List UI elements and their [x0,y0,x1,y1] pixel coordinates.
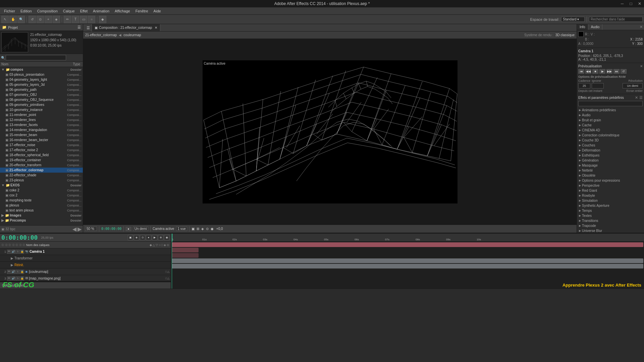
effect-cat-trapcode[interactable]: ▶ Trapcode [578,223,643,228]
view-selector[interactable]: Caméra active [153,227,174,231]
item-04[interactable]: ▣ 04-geometry_layers_light Composi... [0,77,83,82]
previs-skipback[interactable]: ⏮ [578,69,584,74]
timeline-ctrl-4[interactable]: ● [146,235,151,240]
timeline-ctrl-3[interactable]: ⊙ [140,235,145,240]
close-button[interactable]: ✕ [635,0,644,7]
layer-mode-btn7[interactable]: ⊙ [167,243,169,247]
tool-camera-dolly[interactable]: ◈ [53,16,60,23]
breadcrumb-2[interactable]: couleurmap [123,33,141,37]
previs-stop[interactable]: ■ [592,69,598,74]
right-panel-close[interactable]: ✕ [638,24,644,30]
layer-transformer[interactable]: ▶ Transformer [0,255,171,262]
effects-search-input[interactable] [578,101,643,106]
comp-tab-active[interactable]: ▣ Composition : 21-effector_colormap ✕ [92,24,160,31]
timeline-ctrl-7[interactable]: ◉ [164,235,169,240]
item-03[interactable]: ▣ 03-plexus_presentation Composi... [0,72,83,77]
layer-options-camera[interactable]: ▶ Réinit. [0,262,171,268]
zoom-level[interactable]: 50 % [85,227,97,231]
menu-calque[interactable]: Calque [60,8,77,14]
effect-cat-correction[interactable]: ▶ Correction colorimétrique [578,133,643,138]
item-14[interactable]: ▣ 14-renderer_triangulation Composi... [0,127,83,132]
effect-cat-perspective[interactable]: ▶ Perspective [578,183,643,188]
layer-audio[interactable]: 🔊 [11,250,15,254]
tab-info[interactable]: Info [577,24,588,30]
effect-cat-redgiant[interactable]: ▶ Red Giant [578,188,643,193]
layer-mode-btn5[interactable]: □ [161,243,163,247]
viewer-option-4[interactable]: ⊙ [206,227,209,231]
layer-lock[interactable]: 🔒 [20,277,24,281]
item-plexus[interactable]: ▣ plexus Composi... [0,203,83,208]
search-field[interactable]: Rechercher dans l'aide [589,17,643,22]
menu-effet[interactable]: Effet [77,8,90,14]
effect-cat-esthetiques[interactable]: ▶ Esthétiques [578,153,643,158]
layer-eye[interactable]: 👁 [7,250,11,254]
effect-cat-options-expr[interactable]: ▶ Options pour expressions [578,178,643,183]
item-cox2[interactable]: ▣ cox 2 Composi... [0,193,83,198]
effect-cat-masquage[interactable]: ▶ Masquage [578,163,643,168]
track-layer3[interactable] [172,264,643,268]
layer-lock[interactable]: 🔒 [20,270,24,274]
item-07[interactable]: ▣ 07-geometry_OBJ Composi... [0,92,83,97]
item-05[interactable]: ▣ 05-geometry_layers_3d Composi... [0,82,83,87]
effect-cat-universe-blur[interactable]: ▶ Universe Blur [578,228,643,233]
timecode-display[interactable]: 0:00:00:00 [1,234,38,241]
maximize-button[interactable]: □ [627,0,635,7]
expand-arrow[interactable]: ▶ [11,263,13,267]
tool-puppet[interactable]: ◆ [99,16,106,23]
previs-loop[interactable]: ↺ [621,69,627,74]
layer-mode-btn3[interactable]: ▽ [156,243,158,247]
tool-camera-orbit[interactable]: ⊙ [37,16,44,23]
tool-pen[interactable]: ✏ [64,16,71,23]
layer-solo[interactable]: S [16,270,20,274]
layer-mode-btn4[interactable]: ○ [159,243,160,247]
breadcrumb-1[interactable]: 21-effector_colormap [85,33,117,37]
tool-text[interactable]: T [72,16,79,23]
effect-cat-deformation[interactable]: ▶ Déformation [578,148,643,153]
effect-cat-rowbyte[interactable]: ▶ Rowbyte [578,193,643,198]
item-06[interactable]: ▣ 06-geometry_path Composi... [0,87,83,92]
playhead[interactable] [172,234,172,242]
depuis-label[interactable]: Depuis cet instant [578,89,602,93]
previs-close[interactable]: ✕ [640,64,643,68]
render-button[interactable]: ● [126,227,131,231]
item-10[interactable]: ▣ 10-geometry_instance Composi... [0,107,83,112]
layer-camera[interactable]: 1 👁 🔊 S 🔒 📷 Caméra 1 [0,248,171,255]
layer-eye[interactable]: 👁 [7,270,11,274]
layer-solo[interactable]: S [16,277,20,281]
folder-images[interactable]: ▶ 📁 Images Dossier [0,213,83,218]
view-count[interactable]: 1 vue [176,227,187,231]
layer-audio[interactable]: 🔊 [11,270,15,274]
layer-eye[interactable]: 👁 [7,277,11,281]
minimize-button[interactable]: ─ [618,0,627,7]
viewer-option-3[interactable]: ◈ [201,227,204,231]
resolution-value[interactable]: Un demi [623,83,643,88]
timeline-ctrl-2[interactable]: ◈ [134,235,139,240]
item-09[interactable]: ▣ 09-geometry_primitives Composi... [0,102,83,107]
ecran-label[interactable]: Ecran entier [626,89,643,93]
add-item-button[interactable]: ◀ [72,226,76,232]
item-15[interactable]: ▣ 15-renderer_beam Composi... [0,132,83,137]
effect-cat-cache[interactable]: ▶ Cache [578,123,643,128]
layer-solo[interactable]: S [16,250,20,254]
color-swatch[interactable] [578,32,584,37]
cadence-value[interactable]: 25 [578,83,590,88]
effect-cat-nettete[interactable]: ▶ Netteté [578,168,643,173]
project-menu[interactable]: ☰ [77,25,81,29]
effect-cat-synthetic[interactable]: ▶ Synthetic Aperture [578,203,643,208]
effect-cat-audio[interactable]: ▶ Audio [578,113,643,118]
effect-cat-transitions[interactable]: ▶ Transitions [578,218,643,223]
resolution-selector[interactable]: Un demi [133,227,148,231]
effects-close[interactable]: ✕ [635,96,638,100]
previs-skipfwd[interactable]: ⏭ [613,69,620,74]
item-morphing[interactable]: ▣ morphing texte Composi... [0,198,83,203]
tool-hand[interactable]: ✋ [9,16,17,23]
timeline-ctrl-5[interactable]: ▶ [152,235,157,240]
menu-composition[interactable]: Composition [35,8,60,14]
tab-audio[interactable]: Audio [588,24,603,30]
item-17b[interactable]: ▣ 17-effector_noise 2 Composi... [0,147,83,153]
menu-fichier[interactable]: Fichier [1,8,18,14]
tool-camera-track[interactable]: + [45,16,52,23]
ignorer-value[interactable] [592,83,604,88]
new-folder-button[interactable]: ▶ [77,226,82,232]
tool-shape-rect[interactable]: ▭ [80,16,87,23]
